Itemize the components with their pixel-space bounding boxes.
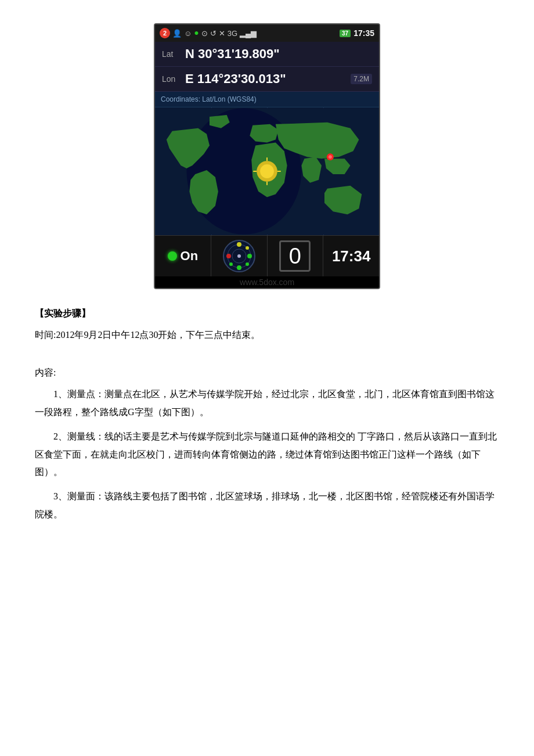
smiley-icon: ☺ [184,29,192,38]
status-left: 2 👤 ☺ ● ⊙ ↺ ✕ 3G ▂▄▆ [160,28,257,38]
text-section: 【实验步骤】 时间:2012年9月2日中午12点30开始，下午三点中结束。 内容… [35,305,499,530]
paragraph-3: 3、测量面：该路线主要包括了图书馆，北区篮球场，排球场，北一楼，北区图书馆，经管… [35,488,499,523]
svg-point-20 [229,262,233,266]
counter-cell[interactable]: 0 [268,236,324,276]
svg-point-19 [246,262,249,266]
lon-row: Lon E 114°23'30.013" 7.2M [155,67,379,92]
coord-type-label: Coordinates: Lat/Lon (WGS84) [161,95,257,103]
time-line: 时间:2012年9月2日中午12点30开始，下午三点中结束。 [35,327,499,344]
svg-point-17 [226,254,231,258]
svg-point-3 [260,164,274,178]
battery-level: 37 [340,30,351,37]
watermark-bar: www.5dox.com [155,276,379,288]
green-status-icon: ● [194,28,199,38]
svg-point-14 [237,242,241,247]
status-time: 17:35 [353,28,374,38]
satellite-svg [222,239,257,273]
on-cell[interactable]: On [155,236,211,276]
on-label: On [181,249,199,264]
lat-value: N 30°31'19.809" [185,46,372,62]
world-map [155,107,379,235]
watermark-text: www.5dox.com [240,278,294,287]
accuracy-badge: 7.2M [351,74,372,84]
svg-point-18 [246,246,249,250]
time-cell[interactable]: 17:34 [323,236,379,276]
phone-screenshot: 2 👤 ☺ ● ⊙ ↺ ✕ 3G ▂▄▆ 37 17:35 [154,23,380,289]
network-type: 3G [228,29,237,38]
coord-type-bar: Coordinates: Lat/Lon (WGS84) [155,92,379,107]
svg-point-9 [329,155,332,159]
svg-point-15 [247,254,252,258]
notification-badge: 2 [160,28,170,38]
signal-bars: ▂▄▆ [240,29,257,38]
green-dot [168,251,177,261]
svg-point-16 [237,265,241,270]
bottom-toolbar: On [155,235,379,276]
svg-point-13 [237,254,241,258]
person-icon: 👤 [172,29,182,38]
counter-value: 0 [279,240,311,272]
paragraph-2: 2、测量线：线的话主要是艺术与传媒学院到北宗与隧道口延伸的路相交的 丁字路口，然… [35,428,499,481]
lon-value: E 114°23'30.013" [185,71,351,87]
status-right: 37 17:35 [340,28,374,38]
section-heading: 【实验步骤】 [35,305,499,322]
on-indicator: On [168,249,199,264]
lon-label: Lon [162,74,185,84]
content-label: 内容: [35,365,499,381]
toolbar-time: 17:34 [332,247,371,265]
lat-row: Lat N 30°31'19.809" [155,42,379,67]
satellite-cell[interactable] [211,236,268,276]
gps-icon: ⊙ [201,29,208,38]
world-map-svg [155,107,379,235]
paragraph-1: 1、测量点：测量点在北区，从艺术与传媒学院开始，经过北宗，北区食堂，北门，北区体… [35,386,499,421]
gps-info: Lat N 30°31'19.809" Lon E 114°23'30.013"… [155,42,379,92]
lat-label: Lat [162,49,185,59]
refresh-icon: ↺ [210,29,217,38]
status-bar: 2 👤 ☺ ● ⊙ ↺ ✕ 3G ▂▄▆ 37 17:35 [155,24,379,42]
cross-icon: ✕ [219,29,225,38]
page-container: 2 👤 ☺ ● ⊙ ↺ ✕ 3G ▂▄▆ 37 17:35 [35,23,499,530]
